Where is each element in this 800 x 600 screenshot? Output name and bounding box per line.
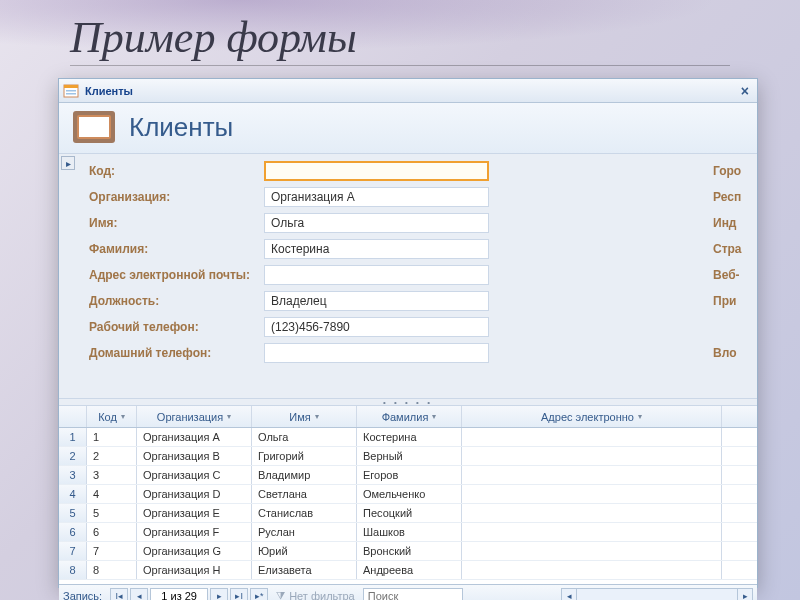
slide-title: Пример формы: [70, 12, 730, 66]
field-row: Фамилия:: [59, 236, 757, 262]
field-input[interactable]: [264, 317, 489, 337]
cell-email[interactable]: [462, 542, 722, 560]
field-input[interactable]: [264, 291, 489, 311]
nav-prev-button[interactable]: ◂: [130, 588, 148, 601]
datasheet: Код▾ Организация▾ Имя▾ Фамилия▾ Адрес эл…: [59, 406, 757, 584]
field-input[interactable]: [264, 265, 489, 285]
field-row: Должность:: [59, 288, 757, 314]
table-row[interactable]: 88Организация НЕлизаветаАндреева: [59, 561, 757, 580]
cell-fam[interactable]: Омельченко: [357, 485, 462, 503]
close-icon[interactable]: ×: [737, 83, 753, 99]
cell-name[interactable]: Григорий: [252, 447, 357, 465]
field-row: Рабочий телефон:: [59, 314, 757, 340]
row-header[interactable]: 5: [59, 504, 87, 522]
record-selector[interactable]: ▸: [61, 156, 75, 170]
nav-next-button[interactable]: ▸: [210, 588, 228, 601]
cell-name[interactable]: Елизавета: [252, 561, 357, 579]
truncated-label: Горо: [713, 158, 755, 184]
search-input[interactable]: [363, 588, 463, 601]
scroll-left-button[interactable]: ◂: [561, 588, 577, 601]
cell-id[interactable]: 8: [87, 561, 137, 579]
cell-email[interactable]: [462, 466, 722, 484]
nav-first-button[interactable]: I◂: [110, 588, 128, 601]
col-header-name[interactable]: Имя▾: [252, 406, 357, 427]
field-input[interactable]: [264, 161, 489, 181]
row-header[interactable]: 8: [59, 561, 87, 579]
cell-email[interactable]: [462, 447, 722, 465]
cell-email[interactable]: [462, 523, 722, 541]
nav-position-input[interactable]: [150, 588, 208, 601]
cell-org[interactable]: Организация Н: [137, 561, 252, 579]
horizontal-scrollbar[interactable]: ◂ ▸: [561, 588, 753, 601]
form-title: Клиенты: [129, 112, 233, 143]
cell-id[interactable]: 5: [87, 504, 137, 522]
cell-fam[interactable]: Верный: [357, 447, 462, 465]
row-header[interactable]: 6: [59, 523, 87, 541]
cell-org[interactable]: Организация G: [137, 542, 252, 560]
cell-org[interactable]: Организация С: [137, 466, 252, 484]
scroll-right-button[interactable]: ▸: [737, 588, 753, 601]
cell-email[interactable]: [462, 504, 722, 522]
field-input[interactable]: [264, 343, 489, 363]
row-header[interactable]: 4: [59, 485, 87, 503]
row-header[interactable]: 7: [59, 542, 87, 560]
cell-fam[interactable]: Андреева: [357, 561, 462, 579]
cell-id[interactable]: 1: [87, 428, 137, 446]
filter-indicator[interactable]: ⧩ Нет фильтра: [276, 589, 355, 600]
table-row[interactable]: 11Организация АОльгаКостерина: [59, 428, 757, 447]
splitter-handle[interactable]: • • • • •: [59, 398, 757, 406]
field-label: Организация:: [89, 190, 264, 204]
table-row[interactable]: 22Организация ВГригорийВерный: [59, 447, 757, 466]
field-label: Код:: [89, 164, 264, 178]
cell-org[interactable]: Организация D: [137, 485, 252, 503]
svg-rect-3: [66, 93, 76, 95]
row-header[interactable]: 2: [59, 447, 87, 465]
table-row[interactable]: 77Организация GЮрийВронский: [59, 542, 757, 561]
table-row[interactable]: 33Организация СВладимирЕгоров: [59, 466, 757, 485]
cell-fam[interactable]: Вронский: [357, 542, 462, 560]
field-label: Должность:: [89, 294, 264, 308]
field-input[interactable]: [264, 213, 489, 233]
cell-id[interactable]: 3: [87, 466, 137, 484]
cell-id[interactable]: 7: [87, 542, 137, 560]
cell-fam[interactable]: Егоров: [357, 466, 462, 484]
cell-fam[interactable]: Шашков: [357, 523, 462, 541]
cell-name[interactable]: Юрий: [252, 542, 357, 560]
row-header[interactable]: 3: [59, 466, 87, 484]
cell-org[interactable]: Организация В: [137, 447, 252, 465]
truncated-label: [713, 314, 755, 340]
cell-name[interactable]: Светлана: [252, 485, 357, 503]
nav-last-button[interactable]: ▸I: [230, 588, 248, 601]
cell-email[interactable]: [462, 561, 722, 579]
scroll-track[interactable]: [577, 588, 737, 601]
table-row[interactable]: 55Организация ЕСтаниславПесоцкий: [59, 504, 757, 523]
cell-fam[interactable]: Костерина: [357, 428, 462, 446]
col-header-fam[interactable]: Фамилия▾: [357, 406, 462, 427]
tab-label[interactable]: Клиенты: [85, 85, 133, 97]
cell-name[interactable]: Ольга: [252, 428, 357, 446]
row-header[interactable]: 1: [59, 428, 87, 446]
nav-new-button[interactable]: ▸*: [250, 588, 268, 601]
cell-fam[interactable]: Песоцкий: [357, 504, 462, 522]
cell-org[interactable]: Организация Е: [137, 504, 252, 522]
cell-org[interactable]: Организация А: [137, 428, 252, 446]
cell-email[interactable]: [462, 485, 722, 503]
cell-name[interactable]: Станислав: [252, 504, 357, 522]
col-header-org[interactable]: Организация▾: [137, 406, 252, 427]
cell-org[interactable]: Организация F: [137, 523, 252, 541]
cell-id[interactable]: 6: [87, 523, 137, 541]
cell-name[interactable]: Руслан: [252, 523, 357, 541]
field-label: Рабочий телефон:: [89, 320, 264, 334]
cell-email[interactable]: [462, 428, 722, 446]
cell-id[interactable]: 2: [87, 447, 137, 465]
field-input[interactable]: [264, 187, 489, 207]
cell-id[interactable]: 4: [87, 485, 137, 503]
table-row[interactable]: 66Организация FРусланШашков: [59, 523, 757, 542]
col-header-id[interactable]: Код▾: [87, 406, 137, 427]
col-header-email[interactable]: Адрес электронно▾: [462, 406, 722, 427]
field-input[interactable]: [264, 239, 489, 259]
select-all-cell[interactable]: [59, 406, 87, 427]
cell-name[interactable]: Владимир: [252, 466, 357, 484]
truncated-label: Вло: [713, 340, 755, 366]
table-row[interactable]: 44Организация DСветланаОмельченко: [59, 485, 757, 504]
